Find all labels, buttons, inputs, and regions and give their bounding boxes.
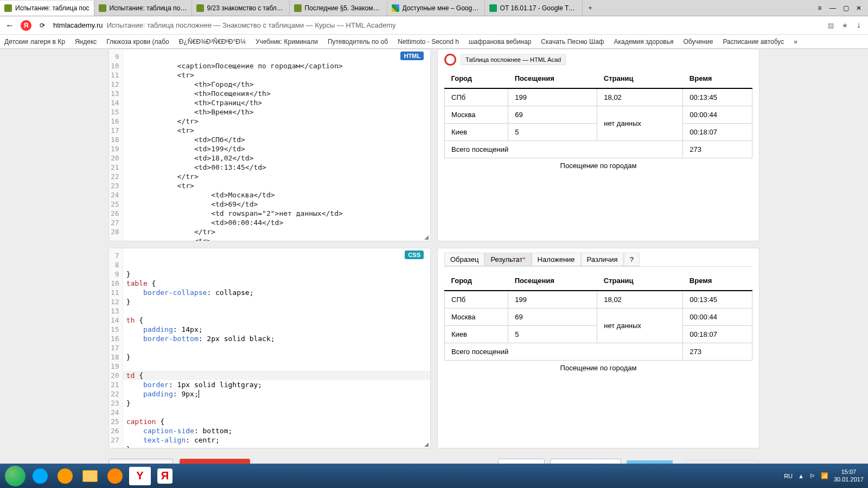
bookmark-star-icon[interactable]: ★ <box>840 22 850 29</box>
ie-icon[interactable] <box>29 467 51 485</box>
start-button[interactable] <box>4 467 26 485</box>
back-button[interactable]: ← <box>4 21 15 30</box>
shield-icon <box>294 4 302 12</box>
compare-panel: Образец Результат* Наложение Различия ? … <box>437 248 760 448</box>
th-time: Время <box>683 69 752 88</box>
browser-tab-1[interactable]: Испытание: таблица посло <box>94 1 192 16</box>
table-row: СПб19918,0200:13:45 <box>445 291 752 309</box>
lang-indicator[interactable]: RU <box>784 473 793 479</box>
clock[interactable]: 15:07 30.01.2017 <box>834 468 864 483</box>
app-icon[interactable] <box>104 467 126 485</box>
html-badge: HTML <box>400 52 424 60</box>
result-table: Город Посещения Страниц Время СПб19918,0… <box>444 271 752 361</box>
th-visits: Посещения <box>508 69 597 88</box>
bookmark-item[interactable]: Глюкоза крови (лабо <box>106 38 169 46</box>
th-city: Город <box>445 69 508 88</box>
tab-label: Последние §5. Знакомство <box>305 4 382 12</box>
yandex-browser-icon[interactable]: Y <box>129 467 151 485</box>
opera-icon <box>444 54 456 66</box>
gdrive-icon <box>392 4 399 12</box>
table-row: Москва69нет данных00:00:44 <box>445 309 752 326</box>
tab-label: ОТ 16.01.17 - Google Табли <box>500 4 578 12</box>
bookmarks-overflow-icon[interactable]: » <box>794 38 797 46</box>
url-domain: htmlacademy.ru <box>53 21 103 29</box>
compare-tab-result[interactable]: Результат* <box>484 253 531 266</box>
url-field[interactable]: htmlacademy.ru Испытание: таблица послож… <box>53 21 820 29</box>
css-code-body[interactable]: } table { border-collapse: collapse; } t… <box>123 248 430 448</box>
browser-tab-5[interactable]: ОТ 16.01.17 - Google Табли <box>485 1 583 16</box>
compare-tab-diff[interactable]: Различия <box>581 253 624 266</box>
menu-icon[interactable]: ≡ <box>816 4 824 12</box>
browser-tab-2[interactable]: 9/23 знакомство с таблица <box>192 1 290 16</box>
css-editor[interactable]: 789101112131415161718192021222324252627 … <box>108 248 431 448</box>
browser-tab-3[interactable]: Последние §5. Знакомство <box>290 1 387 16</box>
yandex-logo-icon[interactable]: Я <box>21 20 31 31</box>
gsheets-icon <box>489 4 497 12</box>
new-tab-button[interactable]: ＋ <box>583 3 598 12</box>
url-title: Испытание: таблица посложнее — Знакомств… <box>107 21 396 29</box>
tray-up-icon[interactable]: ▲ <box>798 473 804 479</box>
media-player-icon[interactable] <box>54 467 76 485</box>
browser-tab-4[interactable]: Доступные мне – Google Д <box>387 1 485 16</box>
compare-tabs: Образец Результат* Наложение Различия ? <box>444 253 752 267</box>
system-tray: RU ▲ 🏳 📶 15:07 30.01.2017 <box>784 468 864 483</box>
compare-tab-help[interactable]: ? <box>624 253 640 266</box>
table-row: Всего посещений273 <box>445 141 752 158</box>
extension-icon[interactable]: ▤ <box>826 22 835 29</box>
compare-tab-sample[interactable]: Образец <box>444 253 484 266</box>
minimize-icon[interactable]: — <box>829 4 837 12</box>
browser-tab-strip: Испытание: таблица пос Испытание: таблиц… <box>0 0 868 16</box>
shield-icon <box>4 4 12 12</box>
bookmark-item[interactable]: Академия здоровья <box>614 38 673 46</box>
bookmark-item[interactable]: Обучение <box>684 38 713 46</box>
live-preview: Таблица посложнее — HTML Acad Город Посе… <box>437 49 760 241</box>
bookmark-item[interactable]: Детские лагеря в Кр <box>4 38 65 46</box>
html-gutter: 910111213141516171819202122232425262728 <box>109 49 123 241</box>
bookmark-item[interactable]: Путеводитель по об <box>328 38 388 46</box>
bookmarks-bar: Детские лагеря в Кр Яндекс Глюкоза крови… <box>0 35 868 49</box>
bookmark-item[interactable]: шафранова вебинар <box>469 38 531 46</box>
shield-icon <box>99 4 106 12</box>
bookmark-item[interactable]: Яндекс <box>75 38 97 46</box>
network-icon[interactable]: 📶 <box>821 472 828 479</box>
close-icon[interactable]: ✕ <box>855 4 863 12</box>
bookmark-item[interactable]: Nettimoto - Second h <box>398 38 459 46</box>
reload-button[interactable]: ⟳ <box>37 22 48 29</box>
flag-icon[interactable]: 🏳 <box>809 473 815 479</box>
tab-label: Доступные мне – Google Д <box>403 4 480 12</box>
tab-label: Испытание: таблица посло <box>110 4 187 12</box>
bookmark-item[interactable]: Скачать Песню Шаф <box>541 38 604 46</box>
shield-icon <box>196 4 204 12</box>
windows-taskbar: Y Я RU ▲ 🏳 📶 15:07 30.01.2017 <box>0 464 868 488</box>
tab-label: 9/23 знакомство с таблица <box>207 4 285 12</box>
download-icon[interactable]: ⤓ <box>854 22 864 29</box>
compare-tab-overlay[interactable]: Наложение <box>532 253 581 266</box>
th-pages: Страниц <box>597 69 683 88</box>
html-code-body[interactable]: <caption>Посещение по городам</caption> … <box>123 49 430 241</box>
css-badge: CSS <box>405 251 424 259</box>
result-caption: Посещение по городам <box>444 361 752 375</box>
preview-tab[interactable]: Таблица посложнее — HTML Acad <box>461 54 566 65</box>
html-editor[interactable]: 910111213141516171819202122232425262728 … <box>108 49 431 241</box>
bookmark-item[interactable]: Расписание автобус <box>723 38 784 46</box>
browser-tab-0[interactable]: Испытание: таблица пос <box>0 1 94 16</box>
bookmark-item[interactable]: Учебник: Криминали <box>256 38 318 46</box>
css-gutter: 789101112131415161718192021222324252627 <box>109 248 123 448</box>
preview-table: Город Посещения Страниц Время СПб19918,0… <box>444 69 752 158</box>
bookmark-item[interactable]: Đ¿Ñ€Đ¾Đ³Ñ€ĐºĐ°Đ¼ <box>179 38 246 46</box>
yandex-app-icon[interactable]: Я <box>154 467 176 485</box>
table-row: Всего посещений273 <box>445 343 752 361</box>
address-bar: ← Я ⟳ htmlacademy.ru Испытание: таблица … <box>0 16 868 35</box>
maximize-icon[interactable]: ▢ <box>842 4 850 12</box>
table-row: Москва69нет данных00:00:44 <box>445 106 752 124</box>
explorer-icon[interactable] <box>79 467 101 485</box>
tab-label: Испытание: таблица пос <box>15 4 90 12</box>
preview-caption: Посещение по городам <box>444 158 752 173</box>
table-row: СПб19918,0200:13:45 <box>445 88 752 106</box>
